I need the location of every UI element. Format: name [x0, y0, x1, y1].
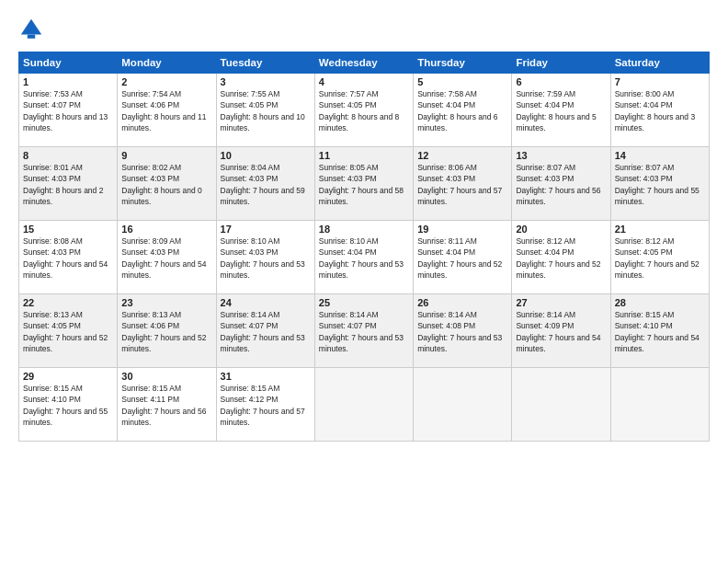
calendar-day-cell: 21Sunrise: 8:12 AMSunset: 4:05 PMDayligh…	[610, 221, 709, 294]
day-number: 11	[319, 150, 409, 161]
sunrise: Sunrise: 8:14 AM	[319, 310, 379, 319]
sunrise: Sunrise: 8:05 AM	[319, 163, 379, 172]
day-info: Sunrise: 8:05 AMSunset: 4:03 PMDaylight:…	[319, 162, 409, 207]
sunset: Sunset: 4:05 PM	[221, 100, 279, 109]
daylight: Daylight: 8 hours and 2 minutes.	[23, 186, 103, 206]
day-number: 13	[516, 150, 606, 161]
day-info: Sunrise: 7:59 AMSunset: 4:04 PMDaylight:…	[516, 88, 606, 133]
daylight: Daylight: 7 hours and 54 minutes.	[615, 333, 700, 353]
calendar-day-cell: 8Sunrise: 8:01 AMSunset: 4:03 PMDaylight…	[19, 147, 118, 221]
calendar-day-cell: 30Sunrise: 8:15 AMSunset: 4:11 PMDayligh…	[118, 368, 216, 442]
day-number: 7	[615, 76, 705, 87]
calendar-day-cell: 23Sunrise: 8:13 AMSunset: 4:06 PMDayligh…	[118, 294, 216, 368]
sunset: Sunset: 4:06 PM	[121, 321, 179, 330]
day-info: Sunrise: 7:55 AMSunset: 4:05 PMDaylight:…	[221, 88, 311, 133]
day-number: 31	[221, 371, 311, 382]
day-number: 20	[516, 224, 606, 235]
day-number: 27	[516, 297, 606, 308]
calendar-day-cell	[414, 368, 512, 442]
day-number: 23	[121, 297, 211, 308]
day-info: Sunrise: 8:14 AMSunset: 4:07 PMDaylight:…	[221, 309, 311, 354]
day-info: Sunrise: 8:15 AMSunset: 4:11 PMDaylight:…	[121, 383, 211, 428]
calendar-day-cell: 6Sunrise: 7:59 AMSunset: 4:04 PMDaylight…	[512, 74, 610, 147]
calendar-week-row: 1Sunrise: 7:53 AMSunset: 4:07 PMDaylight…	[19, 74, 710, 147]
sunrise: Sunrise: 8:14 AM	[221, 310, 280, 319]
calendar-header-row: SundayMondayTuesdayWednesdayThursdayFrid…	[19, 52, 710, 74]
calendar-week-row: 29Sunrise: 8:15 AMSunset: 4:10 PMDayligh…	[19, 368, 710, 442]
page: SundayMondayTuesdayWednesdayThursdayFrid…	[0, 0, 728, 563]
sunset: Sunset: 4:08 PM	[417, 321, 475, 330]
day-info: Sunrise: 8:15 AMSunset: 4:12 PMDaylight:…	[221, 383, 311, 428]
calendar-day-cell: 11Sunrise: 8:05 AMSunset: 4:03 PMDayligh…	[314, 147, 413, 221]
daylight: Daylight: 7 hours and 52 minutes.	[121, 333, 206, 353]
day-info: Sunrise: 8:14 AMSunset: 4:07 PMDaylight:…	[319, 309, 409, 354]
day-number: 30	[121, 371, 211, 382]
calendar-day-cell: 20Sunrise: 8:12 AMSunset: 4:04 PMDayligh…	[512, 221, 610, 294]
sunrise: Sunrise: 8:12 AM	[615, 236, 675, 246]
calendar-day-cell	[610, 368, 709, 442]
day-info: Sunrise: 8:10 AMSunset: 4:03 PMDaylight:…	[221, 236, 311, 281]
daylight: Daylight: 7 hours and 55 minutes.	[23, 407, 108, 427]
daylight: Daylight: 8 hours and 6 minutes.	[417, 112, 497, 132]
daylight: Daylight: 7 hours and 53 minutes.	[221, 333, 305, 353]
calendar-week-row: 15Sunrise: 8:08 AMSunset: 4:03 PMDayligh…	[19, 221, 710, 294]
weekday-header: Sunday	[19, 52, 118, 74]
daylight: Daylight: 7 hours and 59 minutes.	[221, 186, 305, 206]
sunset: Sunset: 4:07 PM	[23, 100, 81, 109]
sunrise: Sunrise: 8:15 AM	[615, 310, 675, 319]
calendar-day-cell: 31Sunrise: 8:15 AMSunset: 4:12 PMDayligh…	[216, 368, 314, 442]
weekday-header: Tuesday	[216, 52, 314, 74]
calendar-day-cell: 4Sunrise: 7:57 AMSunset: 4:05 PMDaylight…	[314, 74, 413, 147]
sunset: Sunset: 4:03 PM	[23, 247, 81, 257]
sunrise: Sunrise: 8:06 AM	[417, 163, 477, 172]
daylight: Daylight: 7 hours and 52 minutes.	[615, 259, 700, 280]
daylight: Daylight: 8 hours and 10 minutes.	[221, 112, 305, 132]
logo-icon	[18, 17, 44, 42]
sunset: Sunset: 4:05 PM	[23, 321, 81, 330]
weekday-header: Saturday	[610, 52, 709, 74]
day-number: 1	[23, 76, 113, 87]
day-number: 9	[121, 150, 211, 161]
daylight: Daylight: 7 hours and 52 minutes.	[417, 259, 502, 280]
daylight: Daylight: 7 hours and 54 minutes.	[121, 259, 206, 280]
sunset: Sunset: 4:03 PM	[221, 174, 279, 183]
day-info: Sunrise: 8:15 AMSunset: 4:10 PMDaylight:…	[23, 383, 113, 428]
calendar-day-cell	[512, 368, 610, 442]
calendar-day-cell: 12Sunrise: 8:06 AMSunset: 4:03 PMDayligh…	[414, 147, 512, 221]
daylight: Daylight: 7 hours and 57 minutes.	[417, 186, 502, 206]
day-number: 12	[417, 150, 507, 161]
calendar-day-cell: 29Sunrise: 8:15 AMSunset: 4:10 PMDayligh…	[19, 368, 118, 442]
weekday-header: Thursday	[414, 52, 512, 74]
sunset: Sunset: 4:05 PM	[615, 247, 673, 257]
daylight: Daylight: 7 hours and 53 minutes.	[319, 333, 404, 353]
calendar-day-cell: 17Sunrise: 8:10 AMSunset: 4:03 PMDayligh…	[216, 221, 314, 294]
calendar-day-cell	[314, 368, 413, 442]
day-info: Sunrise: 8:08 AMSunset: 4:03 PMDaylight:…	[23, 236, 113, 281]
sunset: Sunset: 4:04 PM	[516, 247, 574, 257]
day-info: Sunrise: 8:10 AMSunset: 4:04 PMDaylight:…	[319, 236, 409, 281]
day-info: Sunrise: 8:07 AMSunset: 4:03 PMDaylight:…	[615, 162, 705, 207]
day-info: Sunrise: 8:13 AMSunset: 4:06 PMDaylight:…	[121, 309, 211, 354]
day-number: 8	[23, 150, 113, 161]
calendar-day-cell: 13Sunrise: 8:07 AMSunset: 4:03 PMDayligh…	[512, 147, 610, 221]
sunrise: Sunrise: 8:15 AM	[221, 384, 280, 393]
daylight: Daylight: 7 hours and 56 minutes.	[516, 186, 600, 206]
sunrise: Sunrise: 8:13 AM	[23, 310, 83, 319]
day-number: 16	[121, 224, 211, 235]
day-info: Sunrise: 8:01 AMSunset: 4:03 PMDaylight:…	[23, 162, 113, 207]
sunrise: Sunrise: 8:15 AM	[23, 384, 83, 393]
sunrise: Sunrise: 8:07 AM	[615, 163, 675, 172]
sunset: Sunset: 4:10 PM	[615, 321, 673, 330]
sunset: Sunset: 4:07 PM	[221, 321, 279, 330]
day-number: 26	[417, 297, 507, 308]
sunset: Sunset: 4:07 PM	[319, 321, 377, 330]
day-number: 5	[417, 76, 507, 87]
calendar-day-cell: 10Sunrise: 8:04 AMSunset: 4:03 PMDayligh…	[216, 147, 314, 221]
calendar-day-cell: 19Sunrise: 8:11 AMSunset: 4:04 PMDayligh…	[414, 221, 512, 294]
day-info: Sunrise: 8:04 AMSunset: 4:03 PMDaylight:…	[221, 162, 311, 207]
sunrise: Sunrise: 8:15 AM	[121, 384, 181, 393]
sunrise: Sunrise: 8:14 AM	[417, 310, 477, 319]
sunrise: Sunrise: 8:13 AM	[121, 310, 181, 319]
daylight: Daylight: 7 hours and 54 minutes.	[516, 333, 600, 353]
sunset: Sunset: 4:03 PM	[516, 174, 574, 183]
